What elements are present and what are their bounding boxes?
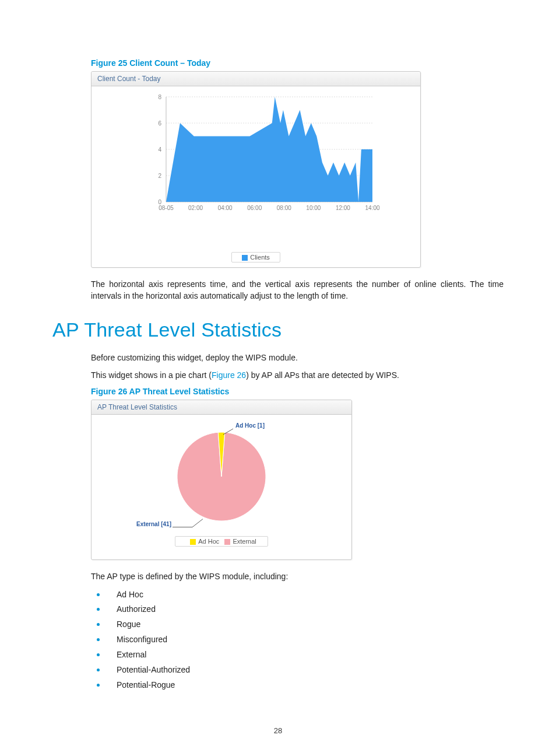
ap-type-item: Rogue <box>97 617 504 632</box>
svg-text:4: 4 <box>158 146 161 153</box>
card-client-count-header: Client Count - Today <box>92 72 420 86</box>
legend-swatch-clients <box>242 255 248 261</box>
figure26-caption: Figure 26 AP Threat Level Statistics <box>91 387 504 396</box>
legend-label-adhoc: Ad Hoc <box>198 538 219 545</box>
svg-line-22 <box>192 519 203 527</box>
ap-type-item: Potential-Rogue <box>97 678 504 693</box>
area-chart: 0246808-0502:0004:0006:0008:0010:0012:00… <box>98 91 413 225</box>
section-title-ap-threat: AP Threat Level Statistics <box>52 318 504 341</box>
svg-text:8: 8 <box>158 94 161 100</box>
threat-intro-2-pre: This widget shows in a pie chart ( <box>91 370 212 380</box>
document-page: Figure 25 Client Count – Today Client Co… <box>0 0 556 756</box>
threat-intro-2: This widget shows in a pie chart (Figure… <box>91 369 504 381</box>
pie-chart-container: Ad Hoc [1]External [41] Ad Hoc External <box>92 415 351 559</box>
svg-text:08:00: 08:00 <box>277 205 291 211</box>
svg-text:Ad Hoc [1]: Ad Hoc [1] <box>235 422 265 429</box>
figure25-caption: Figure 25 Client Count – Today <box>91 58 504 68</box>
threat-intro-2-post: ) by AP all APs that are detected by WIP… <box>246 370 399 380</box>
ap-type-intro: The AP type is defined by the WIPS modul… <box>91 570 504 582</box>
card-client-count: Client Count - Today 0246808-0502:0004:0… <box>91 71 421 268</box>
ap-type-item: External <box>97 648 504 663</box>
card-ap-threat-header: AP Threat Level Statistics <box>92 400 351 415</box>
legend-swatch-external <box>224 539 230 545</box>
card-client-count-body: 0246808-0502:0004:0006:0008:0010:0012:00… <box>92 86 420 262</box>
ap-type-item: Authorized <box>97 602 504 617</box>
ap-type-list: Ad HocAuthorizedRogueMisconfiguredExtern… <box>97 587 504 693</box>
svg-text:12:00: 12:00 <box>336 205 350 211</box>
svg-text:10:00: 10:00 <box>306 205 321 211</box>
svg-text:2: 2 <box>158 173 161 179</box>
legend-label-clients: Clients <box>250 254 270 261</box>
page-number: 28 <box>0 726 556 735</box>
ap-type-item: Misconfigured <box>97 632 504 648</box>
pie-chart-legend: Ad Hoc External <box>175 536 268 547</box>
pie-chart: Ad Hoc [1]External [41] <box>97 418 346 535</box>
svg-text:14:00: 14:00 <box>365 205 379 211</box>
link-figure26[interactable]: Figure 26 <box>212 370 246 380</box>
svg-text:04:00: 04:00 <box>218 205 233 211</box>
paragraph-fig25-desc: The horizontal axis represents time, and… <box>91 278 504 302</box>
svg-text:06:00: 06:00 <box>247 205 262 211</box>
ap-type-item: Ad Hoc <box>97 587 504 603</box>
ap-type-item: Potential-Authorized <box>97 663 504 678</box>
legend-swatch-adhoc <box>190 539 196 545</box>
svg-text:External [41]: External [41] <box>136 521 171 527</box>
area-chart-legend: Clients <box>231 252 280 262</box>
card-ap-threat: AP Threat Level Statistics Ad Hoc [1]Ext… <box>91 400 352 560</box>
svg-text:02:00: 02:00 <box>188 205 203 211</box>
svg-text:08-05: 08-05 <box>159 205 174 211</box>
threat-intro-1: Before customizing this widget, deploy t… <box>91 352 504 363</box>
legend-label-external: External <box>233 538 256 545</box>
card-ap-threat-body: Ad Hoc [1]External [41] Ad Hoc External <box>92 415 351 559</box>
svg-text:6: 6 <box>158 120 161 127</box>
area-chart-container: 0246808-0502:0004:0006:0008:0010:0012:00… <box>92 86 420 249</box>
